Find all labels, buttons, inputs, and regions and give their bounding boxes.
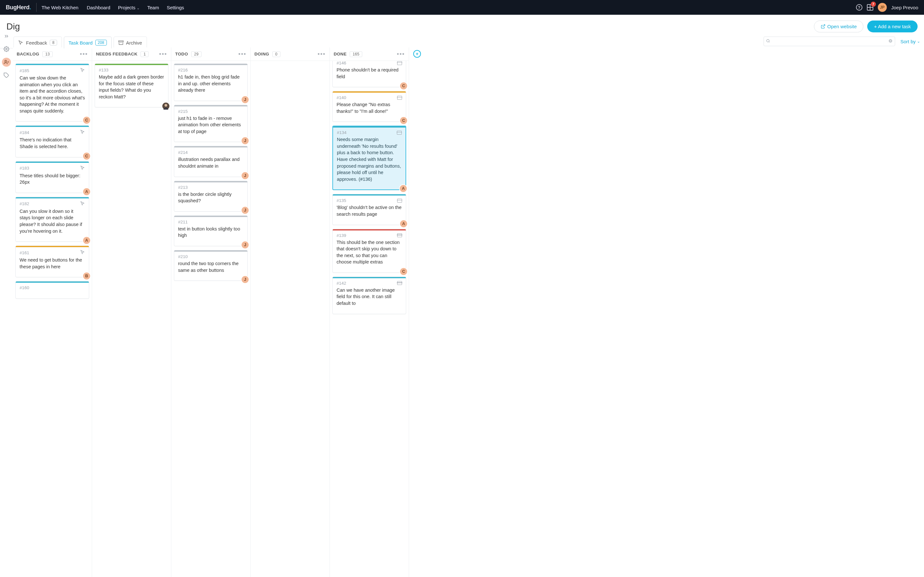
help-icon[interactable]: ?: [856, 4, 863, 11]
nav-links: Dashboard Projects⌄ Team Settings: [87, 5, 184, 10]
external-link-icon: [821, 24, 825, 29]
tab-feedback-count: 8: [50, 40, 57, 45]
tab-archive-label: Archive: [126, 40, 142, 45]
cursor-icon: [18, 40, 23, 45]
logo-text: BugHerd: [6, 4, 29, 11]
chevrons-right-icon: [3, 33, 9, 39]
nav-projects[interactable]: Projects⌄: [118, 5, 140, 10]
nav-projects-label: Projects: [118, 5, 136, 10]
column-done: DONE 165 ••• #146 Phone shouldn't be a r…: [330, 47, 409, 48]
search-icon: [766, 39, 770, 44]
svg-line-0: [822, 25, 825, 27]
nav-team[interactable]: Team: [147, 5, 159, 10]
notifications-button[interactable]: 7: [867, 4, 873, 11]
column-todo: TODO 29 ••• #216 h1 fade in, then blog g…: [171, 47, 250, 48]
project-actions: Open website + Add a new task: [814, 21, 918, 32]
board: BACKLOG 13 ••• #185 Can we slow down the…: [13, 47, 924, 48]
svg-point-8: [767, 39, 769, 42]
org-link[interactable]: The Web Kitchen: [42, 5, 79, 10]
user-name[interactable]: Joep Prevoo: [891, 5, 918, 10]
svg-rect-6: [118, 41, 123, 42]
open-website-button[interactable]: Open website: [814, 21, 864, 32]
open-website-label: Open website: [827, 24, 857, 29]
tab-feedback-label: Feedback: [26, 40, 47, 45]
column-doing-header: DOING 0 •••: [250, 47, 330, 48]
sort-by-label: Sort by: [900, 39, 916, 44]
add-task-label: + Add a new task: [874, 24, 911, 29]
tab-task-board[interactable]: Task Board 208: [64, 37, 111, 48]
tab-task-board-count: 208: [95, 40, 107, 45]
toolbar-row: Feedback 8 Task Board 208 Archive Sort b…: [0, 36, 924, 48]
search-input[interactable]: [764, 37, 895, 46]
nav-dashboard[interactable]: Dashboard: [87, 5, 110, 10]
tab-task-board-label: Task Board: [69, 40, 93, 45]
add-task-button[interactable]: + Add a new task: [867, 21, 918, 32]
avatar[interactable]: JP: [878, 3, 887, 12]
archive-icon: [118, 40, 124, 45]
nav-settings[interactable]: Settings: [167, 5, 184, 10]
svg-line-9: [769, 42, 770, 42]
clear-search-button[interactable]: [888, 39, 893, 44]
search-wrap: [764, 37, 895, 46]
toolbar-right: Sort by ⌄: [764, 37, 920, 48]
top-nav: BugHerd. The Web Kitchen Dashboard Proje…: [0, 0, 924, 15]
expand-rail-button[interactable]: [2, 32, 11, 40]
add-column: +: [409, 47, 425, 48]
view-tabs: Feedback 8 Task Board 208 Archive: [13, 36, 147, 48]
project-header: Dig Open website + Add a new task: [0, 15, 924, 36]
column-done-header: DONE 165 •••: [330, 47, 409, 48]
tab-feedback[interactable]: Feedback 8: [13, 37, 62, 48]
sort-by-button[interactable]: Sort by ⌄: [900, 39, 920, 44]
notifications-count: 7: [871, 2, 876, 7]
gear-icon: [3, 46, 9, 48]
column-doing: DOING 0 •••: [250, 47, 330, 48]
nav-right: ? 7 JP Joep Prevoo: [856, 3, 918, 12]
tab-archive[interactable]: Archive: [113, 37, 147, 48]
project-title: Dig: [6, 21, 20, 32]
chevron-down-icon: ⌄: [917, 39, 920, 44]
logo-dot: .: [29, 4, 31, 11]
column-todo-header: TODO 29 •••: [171, 47, 250, 48]
nav-divider: [36, 3, 37, 12]
chevron-down-icon: ⌄: [137, 6, 140, 10]
left-rail: [0, 32, 13, 48]
logo[interactable]: BugHerd.: [6, 4, 31, 11]
settings-rail-button[interactable]: [2, 45, 11, 48]
